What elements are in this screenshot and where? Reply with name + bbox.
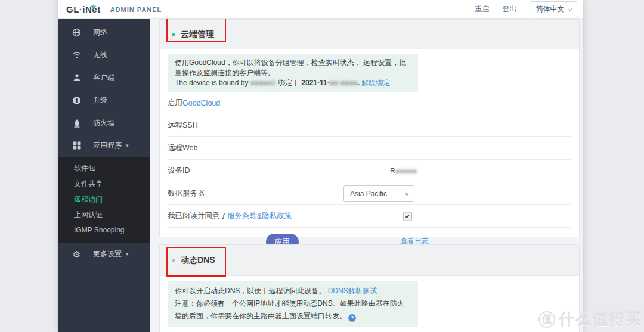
- restart-button[interactable]: 重启: [475, 4, 489, 14]
- row-agree-terms: 我已阅读并同意了 服务条款 & 隐私政策 ✔: [168, 205, 571, 228]
- sidebar-item-firewall[interactable]: 防火墙: [58, 111, 150, 134]
- ddns-test-link[interactable]: DDNS解析测试: [328, 287, 377, 295]
- language-value: 简体中文: [535, 4, 564, 14]
- terms-of-service-link[interactable]: 服务条款: [227, 211, 257, 221]
- sidebar-item-applications[interactable]: 应用程序 ▾: [58, 134, 150, 157]
- applications-submenu: 软件包 文件共享 远程访问 上网认证 IGMP Snooping: [58, 157, 150, 243]
- masked-account: ●●●●●1: [250, 79, 276, 87]
- caret-down-icon: ▾: [126, 251, 129, 257]
- data-server-value: Asia Pacific: [350, 190, 387, 198]
- upgrade-icon: [72, 96, 81, 105]
- masked-date: ●● ●●●●: [330, 79, 358, 87]
- sidebar-item-label: 网络: [93, 27, 107, 38]
- section-title-cloud: 云端管理: [181, 29, 214, 40]
- sidebar-item-file-sharing[interactable]: 文件共享: [58, 176, 150, 191]
- admin-panel-window: GL·iNet ADMIN PANEL 重启 登出 简体中文 ∨: [58, 0, 583, 332]
- sidebar-item-captive-portal[interactable]: 上网认证: [58, 207, 150, 222]
- ddns-info-box: 你可以开启动态DNS，以便于远程访问此设备。 DDNS解析测试 注意：你必须有一…: [168, 281, 418, 327]
- unbind-link[interactable]: 解除绑定: [361, 79, 390, 87]
- wifi-logo-icon: [90, 1, 97, 11]
- applications-icon: [72, 141, 81, 150]
- wifi-icon: [72, 51, 81, 60]
- topbar: GL·iNet ADMIN PANEL 重启 登出 简体中文 ∨: [58, 0, 583, 19]
- admin-panel-label: ADMIN PANEL: [110, 6, 162, 13]
- status-dot: [172, 259, 175, 262]
- sidebar-item-network[interactable]: 网络: [58, 21, 150, 44]
- page: GL·iNet ADMIN PANEL 重启 登出 简体中文 ∨: [0, 0, 644, 332]
- row-enable-goodcloud: 启用 GoodCloud: [168, 92, 571, 114]
- agree-checkbox[interactable]: ✔: [403, 212, 412, 221]
- sidebar-item-label: 客户端: [93, 73, 114, 83]
- privacy-policy-link[interactable]: 隐私政策: [262, 211, 292, 221]
- row-data-server: 数据服务器 Asia Pacific ∨: [168, 182, 571, 205]
- row-remote-web: 远程Web: [168, 137, 571, 160]
- device-bound-line: The device is bound by ●●●●●1 绑定于 2021-1…: [175, 78, 411, 88]
- help-icon[interactable]: ?: [348, 314, 356, 322]
- data-server-select[interactable]: Asia Pacific ∨: [343, 185, 414, 202]
- chevron-down-icon: ∨: [568, 7, 573, 13]
- logout-button[interactable]: 登出: [502, 4, 516, 14]
- sidebar-item-label: 防火墙: [93, 118, 114, 128]
- cloud-description: 使用GoodCloud，你可以将设备分组管理，检查实时状态， 远程设置，批量操作…: [175, 58, 411, 78]
- cloud-card-header: 云端管理: [160, 20, 579, 49]
- language-selector[interactable]: 简体中文 ∨: [530, 1, 578, 17]
- sidebar-item-remote-access[interactable]: 远程访问: [58, 191, 150, 207]
- sidebar-item-label: 无线: [93, 50, 107, 60]
- cloud-management-card: 云端管理 使用GoodCloud，你可以将设备分组管理，检查实时状态， 远程设置…: [159, 19, 580, 237]
- section-title-ddns: 动态DNS: [181, 255, 215, 266]
- ddns-description: 你可以开启动态DNS，以便于远程访问此设备。: [175, 287, 328, 295]
- sidebar-item-label: 应用程序: [93, 141, 122, 151]
- sidebar-item-label: 更多设置: [93, 249, 122, 259]
- row-enable-ddns: 启用 DDNS i: [168, 328, 571, 332]
- chevron-down-icon: ∨: [404, 191, 410, 197]
- cloud-info-box: 使用GoodCloud，你可以将设备分组管理，检查实时状态， 远程设置，批量操作…: [168, 54, 418, 92]
- row-remote-ssh: 远程SSH: [168, 114, 571, 137]
- sidebar-item-igmp-snooping[interactable]: IGMP Snooping: [58, 222, 150, 238]
- sidebar-item-clients[interactable]: 客户端: [58, 66, 150, 89]
- sidebar-item-more-settings[interactable]: ⚙ 更多设置 ▾: [58, 243, 150, 265]
- device-id-value: R●●●●●: [390, 167, 417, 175]
- main-content: 云端管理 使用GoodCloud，你可以将设备分组管理，检查实时状态， 远程设置…: [150, 19, 583, 332]
- clients-icon: [72, 73, 81, 82]
- caret-down-icon: ▾: [126, 142, 129, 148]
- sidebar-item-wireless[interactable]: 无线: [58, 44, 150, 66]
- gear-icon: ⚙: [72, 250, 81, 259]
- check-icon: ✔: [405, 212, 410, 220]
- firewall-icon: [72, 119, 81, 128]
- gl-inet-logo: GL·iNet: [66, 4, 101, 14]
- ddns-card: 动态DNS 你可以开启动态DNS，以便于远程访问此设备。 DDNS解析测试 注意…: [159, 244, 580, 332]
- sidebar-item-label: 升级: [93, 95, 107, 106]
- row-device-id: 设备ID R●●●●●: [168, 160, 571, 182]
- goodcloud-link[interactable]: GoodCloud: [182, 99, 220, 107]
- sidebar: 网络 无线 客户端: [58, 19, 150, 332]
- ddns-card-header: 动态DNS: [160, 245, 579, 276]
- sidebar-item-plugins[interactable]: 软件包: [58, 160, 150, 176]
- sidebar-item-upgrade[interactable]: 升级: [58, 89, 150, 111]
- globe-icon: [72, 28, 81, 37]
- status-dot: [172, 33, 175, 36]
- ddns-note: 注意：你必须有一个公网IP地址才能使用动态DNS。如果此路由器在防火墙的后面，你…: [175, 299, 404, 320]
